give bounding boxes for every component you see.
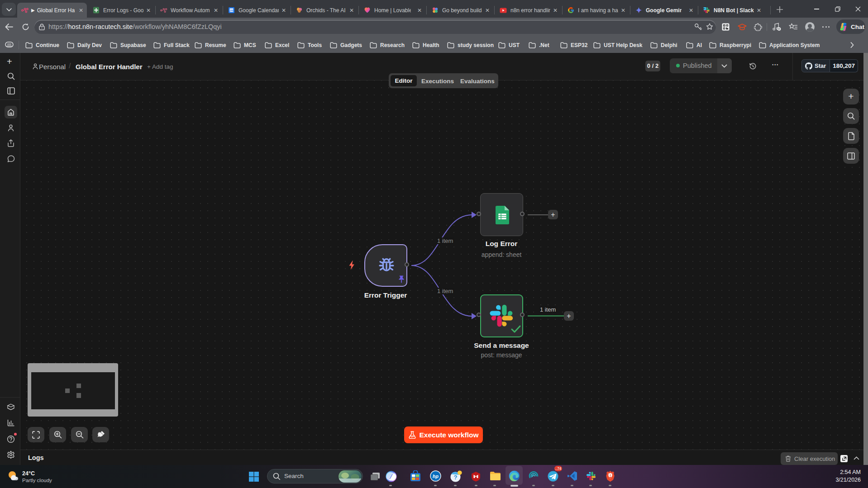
svg-text:?: ?	[454, 474, 458, 481]
svg-text:20: 20	[230, 9, 233, 12]
svg-text:hp: hp	[433, 474, 439, 479]
